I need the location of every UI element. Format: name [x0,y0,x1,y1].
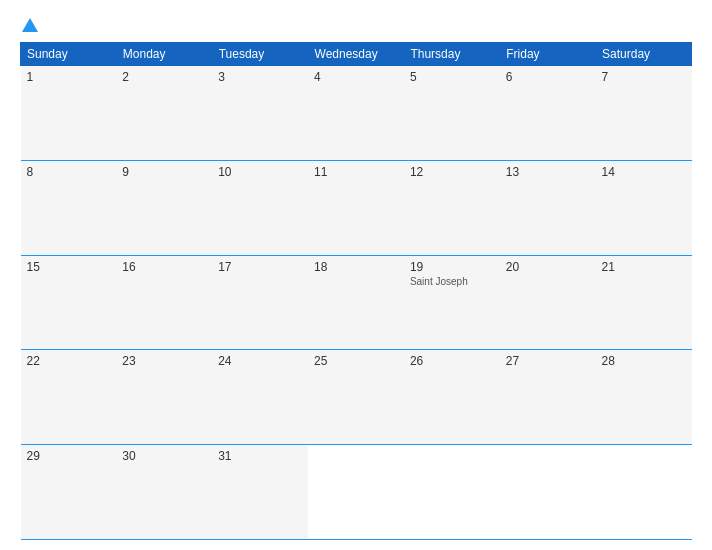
calendar-cell [500,445,596,540]
calendar-cell: 31 [212,445,308,540]
day-number: 27 [506,354,590,368]
calendar-cell: 18 [308,255,404,350]
calendar-header [20,10,692,36]
calendar-cell: 8 [21,160,117,255]
calendar-week-1: 1234567 [21,66,692,161]
day-number: 11 [314,165,398,179]
col-header-wednesday: Wednesday [308,43,404,66]
col-header-saturday: Saturday [596,43,692,66]
day-number: 4 [314,70,398,84]
day-number: 7 [602,70,686,84]
col-header-tuesday: Tuesday [212,43,308,66]
calendar-table: SundayMondayTuesdayWednesdayThursdayFrid… [20,42,692,540]
calendar-cell: 19Saint Joseph [404,255,500,350]
day-number: 31 [218,449,302,463]
calendar-cell: 27 [500,350,596,445]
calendar-cell: 5 [404,66,500,161]
calendar-cell: 16 [116,255,212,350]
day-number: 8 [27,165,111,179]
day-number: 16 [122,260,206,274]
calendar-cell: 25 [308,350,404,445]
calendar-cell: 3 [212,66,308,161]
day-number: 28 [602,354,686,368]
calendar-cell: 11 [308,160,404,255]
day-number: 30 [122,449,206,463]
calendar-week-5: 293031 [21,445,692,540]
calendar-cell [404,445,500,540]
day-number: 23 [122,354,206,368]
day-number: 6 [506,70,590,84]
day-number: 19 [410,260,494,274]
day-number: 20 [506,260,590,274]
day-number: 12 [410,165,494,179]
day-number: 22 [27,354,111,368]
calendar-cell: 29 [21,445,117,540]
col-header-sunday: Sunday [21,43,117,66]
calendar-cell: 9 [116,160,212,255]
calendar-cell: 12 [404,160,500,255]
calendar-week-2: 891011121314 [21,160,692,255]
day-number: 18 [314,260,398,274]
day-number: 15 [27,260,111,274]
col-header-thursday: Thursday [404,43,500,66]
calendar-cell: 22 [21,350,117,445]
day-number: 14 [602,165,686,179]
day-number: 10 [218,165,302,179]
calendar-cell [596,445,692,540]
calendar-week-4: 22232425262728 [21,350,692,445]
calendar-cell: 10 [212,160,308,255]
calendar-cell: 15 [21,255,117,350]
calendar-cell: 24 [212,350,308,445]
calendar-cell: 30 [116,445,212,540]
day-number: 1 [27,70,111,84]
holiday-label: Saint Joseph [410,276,494,287]
calendar-week-3: 1516171819Saint Joseph2021 [21,255,692,350]
day-number: 21 [602,260,686,274]
day-number: 24 [218,354,302,368]
calendar-cell: 6 [500,66,596,161]
calendar-cell: 1 [21,66,117,161]
calendar-cell: 26 [404,350,500,445]
calendar-cell: 17 [212,255,308,350]
calendar-cell: 7 [596,66,692,161]
calendar-cell: 4 [308,66,404,161]
logo [20,18,38,32]
calendar-cell: 14 [596,160,692,255]
calendar-cell: 21 [596,255,692,350]
calendar-cell: 20 [500,255,596,350]
col-header-friday: Friday [500,43,596,66]
calendar-cell: 23 [116,350,212,445]
day-number: 25 [314,354,398,368]
calendar-cell: 2 [116,66,212,161]
col-header-monday: Monday [116,43,212,66]
day-number: 13 [506,165,590,179]
day-number: 29 [27,449,111,463]
day-number: 2 [122,70,206,84]
day-number: 9 [122,165,206,179]
day-number: 17 [218,260,302,274]
day-number: 3 [218,70,302,84]
day-number: 26 [410,354,494,368]
calendar-cell: 28 [596,350,692,445]
day-number: 5 [410,70,494,84]
calendar-cell [308,445,404,540]
calendar-cell: 13 [500,160,596,255]
logo-triangle-icon [22,18,38,32]
calendar-header-row: SundayMondayTuesdayWednesdayThursdayFrid… [21,43,692,66]
